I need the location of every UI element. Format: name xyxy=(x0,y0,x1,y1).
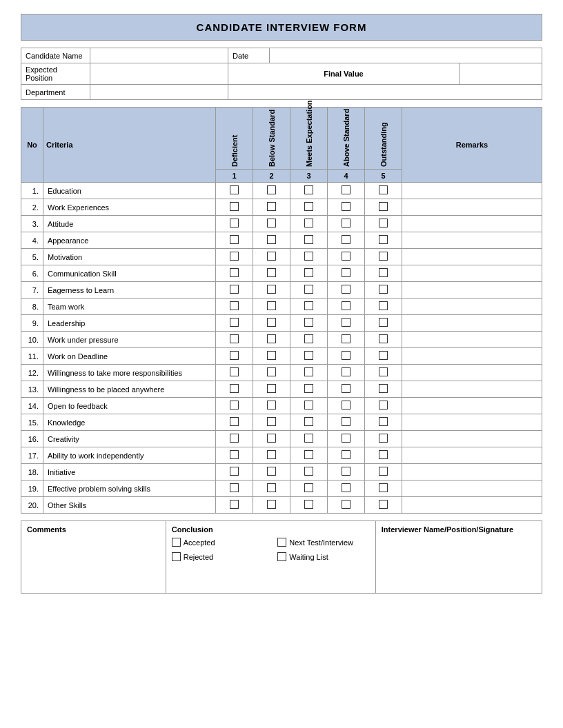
checkbox-icon[interactable] xyxy=(230,202,239,211)
score-checkbox-cell[interactable] xyxy=(216,447,253,464)
score-checkbox-cell[interactable] xyxy=(365,216,402,232)
checkbox-icon[interactable] xyxy=(230,384,239,393)
checkbox-icon[interactable] xyxy=(304,334,313,343)
score-checkbox-cell[interactable] xyxy=(328,265,365,282)
checkbox-icon[interactable] xyxy=(230,268,239,277)
score-checkbox-cell[interactable] xyxy=(365,332,402,348)
score-checkbox-cell[interactable] xyxy=(216,464,253,481)
date-value[interactable] xyxy=(270,48,542,63)
checkbox-icon[interactable] xyxy=(230,334,239,343)
waiting-list-checkbox[interactable] xyxy=(277,552,286,561)
checkbox-icon[interactable] xyxy=(230,367,239,376)
remarks-cell[interactable] xyxy=(402,249,542,265)
checkbox-icon[interactable] xyxy=(342,450,350,459)
score-checkbox-cell[interactable] xyxy=(216,216,253,232)
remarks-cell[interactable] xyxy=(402,216,542,232)
checkbox-icon[interactable] xyxy=(379,434,388,443)
score-checkbox-cell[interactable] xyxy=(290,348,328,365)
score-checkbox-cell[interactable] xyxy=(253,216,290,232)
score-checkbox-cell[interactable] xyxy=(328,431,365,447)
checkbox-icon[interactable] xyxy=(304,450,313,459)
checkbox-icon[interactable] xyxy=(342,384,350,393)
score-checkbox-cell[interactable] xyxy=(365,282,402,299)
score-checkbox-cell[interactable] xyxy=(328,398,365,414)
checkbox-icon[interactable] xyxy=(304,401,313,410)
remarks-cell[interactable] xyxy=(402,497,542,514)
score-checkbox-cell[interactable] xyxy=(290,265,328,282)
score-checkbox-cell[interactable] xyxy=(365,299,402,315)
score-checkbox-cell[interactable] xyxy=(365,365,402,381)
score-checkbox-cell[interactable] xyxy=(216,481,253,497)
checkbox-icon[interactable] xyxy=(379,268,388,277)
checkbox-icon[interactable] xyxy=(342,252,350,261)
score-checkbox-cell[interactable] xyxy=(328,365,365,381)
checkbox-icon[interactable] xyxy=(342,351,350,360)
score-checkbox-cell[interactable] xyxy=(253,249,290,265)
checkbox-icon[interactable] xyxy=(304,500,313,509)
score-checkbox-cell[interactable] xyxy=(290,199,328,216)
score-checkbox-cell[interactable] xyxy=(253,464,290,481)
checkbox-icon[interactable] xyxy=(267,434,276,443)
score-checkbox-cell[interactable] xyxy=(328,282,365,299)
score-checkbox-cell[interactable] xyxy=(328,183,365,199)
checkbox-icon[interactable] xyxy=(267,301,276,310)
rejected-option[interactable]: Rejected xyxy=(172,552,264,561)
score-checkbox-cell[interactable] xyxy=(365,414,402,431)
score-checkbox-cell[interactable] xyxy=(290,282,328,299)
checkbox-icon[interactable] xyxy=(304,417,313,426)
checkbox-icon[interactable] xyxy=(342,235,350,244)
score-checkbox-cell[interactable] xyxy=(216,282,253,299)
score-checkbox-cell[interactable] xyxy=(290,381,328,398)
checkbox-icon[interactable] xyxy=(342,219,350,228)
score-checkbox-cell[interactable] xyxy=(253,431,290,447)
checkbox-icon[interactable] xyxy=(304,367,313,376)
score-checkbox-cell[interactable] xyxy=(253,265,290,282)
checkbox-icon[interactable] xyxy=(342,500,350,509)
checkbox-icon[interactable] xyxy=(304,285,313,294)
score-checkbox-cell[interactable] xyxy=(328,348,365,365)
score-checkbox-cell[interactable] xyxy=(365,348,402,365)
checkbox-icon[interactable] xyxy=(379,417,388,426)
score-checkbox-cell[interactable] xyxy=(216,365,253,381)
final-value-input[interactable] xyxy=(460,63,542,85)
checkbox-icon[interactable] xyxy=(267,384,276,393)
score-checkbox-cell[interactable] xyxy=(365,381,402,398)
score-checkbox-cell[interactable] xyxy=(216,183,253,199)
checkbox-icon[interactable] xyxy=(342,367,350,376)
score-checkbox-cell[interactable] xyxy=(253,365,290,381)
score-checkbox-cell[interactable] xyxy=(253,497,290,514)
score-checkbox-cell[interactable] xyxy=(365,431,402,447)
checkbox-icon[interactable] xyxy=(379,219,388,228)
score-checkbox-cell[interactable] xyxy=(328,249,365,265)
checkbox-icon[interactable] xyxy=(267,417,276,426)
score-checkbox-cell[interactable] xyxy=(253,481,290,497)
checkbox-icon[interactable] xyxy=(230,285,239,294)
checkbox-icon[interactable] xyxy=(304,384,313,393)
checkbox-icon[interactable] xyxy=(342,434,350,443)
checkbox-icon[interactable] xyxy=(267,318,276,327)
score-checkbox-cell[interactable] xyxy=(328,497,365,514)
score-checkbox-cell[interactable] xyxy=(216,381,253,398)
score-checkbox-cell[interactable] xyxy=(328,464,365,481)
checkbox-icon[interactable] xyxy=(267,483,276,492)
score-checkbox-cell[interactable] xyxy=(290,398,328,414)
checkbox-icon[interactable] xyxy=(304,351,313,360)
expected-position-value[interactable] xyxy=(90,63,228,85)
checkbox-icon[interactable] xyxy=(379,483,388,492)
checkbox-icon[interactable] xyxy=(304,483,313,492)
score-checkbox-cell[interactable] xyxy=(290,464,328,481)
score-checkbox-cell[interactable] xyxy=(328,232,365,249)
remarks-cell[interactable] xyxy=(402,199,542,216)
checkbox-icon[interactable] xyxy=(304,252,313,261)
score-checkbox-cell[interactable] xyxy=(290,365,328,381)
department-value[interactable] xyxy=(90,85,228,100)
checkbox-icon[interactable] xyxy=(342,268,350,277)
checkbox-icon[interactable] xyxy=(230,235,239,244)
checkbox-icon[interactable] xyxy=(379,351,388,360)
score-checkbox-cell[interactable] xyxy=(365,464,402,481)
checkbox-icon[interactable] xyxy=(304,219,313,228)
checkbox-icon[interactable] xyxy=(230,450,239,459)
checkbox-icon[interactable] xyxy=(267,351,276,360)
checkbox-icon[interactable] xyxy=(304,318,313,327)
checkbox-icon[interactable] xyxy=(230,467,239,476)
